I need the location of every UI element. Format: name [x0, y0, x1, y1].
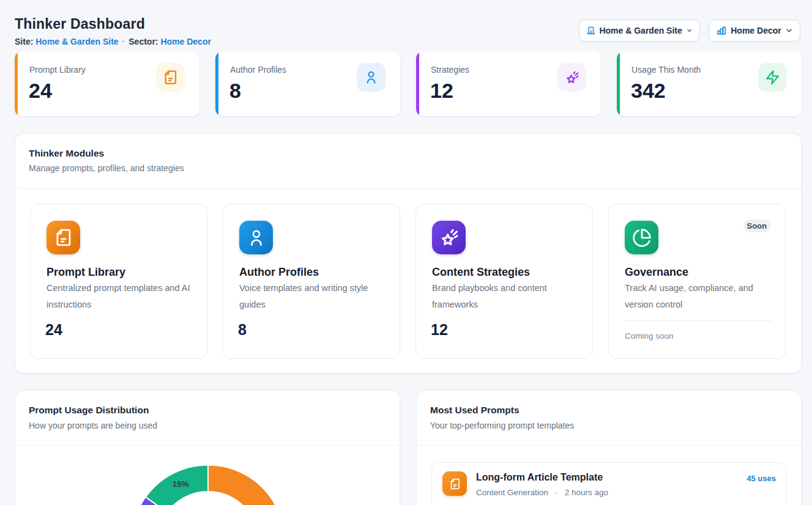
svg-text:15%: 15%: [172, 479, 188, 488]
